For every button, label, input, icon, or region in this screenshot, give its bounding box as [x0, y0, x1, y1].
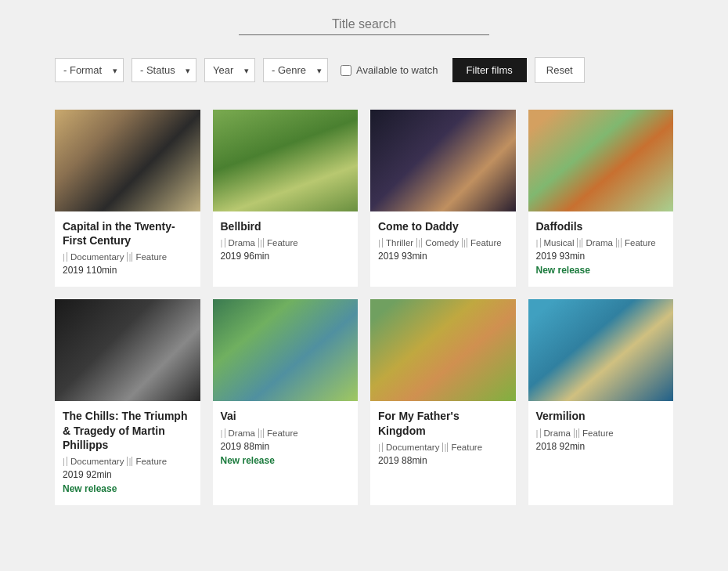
film-card[interactable]: Come to Daddy|Thriller|Comedy|Feature201…	[370, 110, 516, 287]
film-card[interactable]: Capital in the Twenty-First Century|Docu…	[55, 110, 200, 287]
film-card[interactable]: For My Father's Kingdom|Documentary|Feat…	[370, 299, 516, 505]
film-title: Come to Daddy	[378, 219, 508, 233]
film-title: Bellbird	[221, 219, 351, 233]
film-image	[528, 110, 674, 211]
film-genres: |Musical|Drama|Feature	[536, 238, 666, 248]
year-select-wrapper: Year	[204, 58, 255, 82]
filter-films-button[interactable]: Filter films	[452, 58, 527, 82]
new-release-badge: New release	[536, 265, 666, 276]
film-image	[55, 110, 200, 211]
status-select[interactable]: - Status	[132, 58, 196, 82]
available-watch-text: Available to watch	[356, 64, 438, 76]
film-card[interactable]: Bellbird|Drama|Feature2019 96min	[213, 110, 359, 287]
year-select[interactable]: Year	[204, 58, 255, 82]
search-input[interactable]	[239, 14, 489, 35]
film-year-duration: 2019 93min	[378, 251, 508, 262]
film-title: For My Father's Kingdom	[378, 409, 508, 437]
genre-select-wrapper: - Genre	[263, 58, 328, 82]
film-card-body: Daffodils|Musical|Drama|Feature2019 93mi…	[528, 211, 674, 287]
film-card-body: Bellbird|Drama|Feature2019 96min	[213, 211, 359, 287]
film-image	[213, 110, 359, 211]
film-year-duration: 2019 96min	[221, 251, 351, 262]
format-select[interactable]: - Format	[55, 58, 124, 82]
film-title: Capital in the Twenty-First Century	[63, 219, 193, 248]
film-image	[370, 299, 516, 401]
film-genres: |Documentary|Feature	[378, 443, 508, 452]
film-card-body: Vai|Drama|Feature2019 88minNew release	[213, 401, 359, 505]
format-select-wrapper: - Format	[55, 58, 124, 82]
available-watch-checkbox[interactable]	[341, 65, 351, 76]
film-title: Vermilion	[536, 409, 666, 423]
film-genres: |Thriller|Comedy|Feature	[378, 238, 508, 248]
film-card[interactable]: Daffodils|Musical|Drama|Feature2019 93mi…	[528, 110, 674, 287]
film-year-duration: 2019 93min	[536, 251, 666, 262]
film-card-body: Capital in the Twenty-First Century|Docu…	[55, 211, 200, 287]
film-card-body: Vermilion|Drama|Feature2018 92min	[528, 401, 674, 505]
film-genres: |Documentary|Feature	[63, 457, 193, 466]
film-card-body: The Chills: The Triumph & Tragedy of Mar…	[55, 401, 200, 505]
film-card[interactable]: Vermilion|Drama|Feature2018 92min	[528, 299, 674, 505]
film-year-duration: 2019 88min	[378, 455, 508, 466]
film-year-duration: 2018 92min	[536, 441, 666, 452]
film-title: The Chills: The Triumph & Tragedy of Mar…	[63, 409, 193, 452]
new-release-badge: New release	[63, 483, 193, 494]
reset-button[interactable]: Reset	[535, 57, 585, 83]
film-card[interactable]: Vai|Drama|Feature2019 88minNew release	[213, 299, 359, 505]
film-year-duration: 2019 88min	[221, 441, 351, 452]
film-genres: |Drama|Feature	[221, 238, 351, 248]
film-year-duration: 2019 110min	[63, 265, 193, 276]
filters-bar: - Format - Status Year - Genre Available…	[0, 43, 728, 97]
available-watch-label[interactable]: Available to watch	[341, 64, 438, 76]
new-release-badge: New release	[221, 455, 351, 466]
film-image	[213, 299, 359, 401]
film-year-duration: 2019 92min	[63, 469, 193, 480]
film-card[interactable]: The Chills: The Triumph & Tragedy of Mar…	[55, 299, 200, 505]
film-genres: |Drama|Feature	[221, 428, 351, 438]
film-title: Vai	[221, 409, 351, 423]
genre-select[interactable]: - Genre	[263, 58, 328, 82]
films-grid: Capital in the Twenty-First Century|Docu…	[0, 97, 728, 529]
status-select-wrapper: - Status	[132, 58, 196, 82]
film-genres: |Documentary|Feature	[63, 252, 193, 262]
film-title: Daffodils	[536, 219, 666, 233]
film-image	[370, 110, 516, 211]
film-image	[55, 299, 200, 401]
film-genres: |Drama|Feature	[536, 428, 666, 438]
film-image	[528, 299, 674, 401]
header	[0, 0, 728, 43]
search-container	[239, 14, 489, 35]
film-card-body: Come to Daddy|Thriller|Comedy|Feature201…	[370, 211, 516, 287]
film-card-body: For My Father's Kingdom|Documentary|Feat…	[370, 401, 516, 505]
